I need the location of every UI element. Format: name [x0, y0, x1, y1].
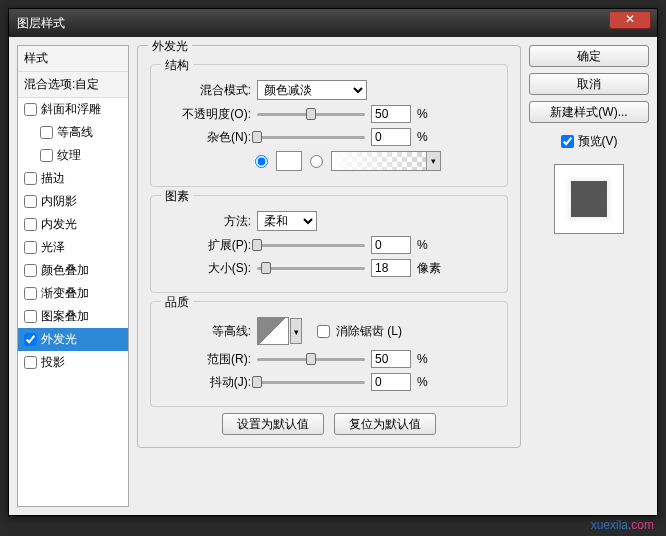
spread-input[interactable] [371, 236, 411, 254]
noise-slider[interactable] [257, 136, 365, 139]
panel-title: 外发光 [148, 38, 192, 55]
opacity-unit: % [417, 107, 447, 121]
quality-group: 品质 等高线: ▾ 消除锯齿 (L) 范围(R): % [150, 301, 508, 407]
sidebar-item-8[interactable]: 渐变叠加 [18, 282, 128, 305]
contour-dropdown-icon[interactable]: ▾ [290, 318, 302, 344]
color-radio[interactable] [255, 155, 268, 168]
dialog-window: 图层样式 ✕ 样式 混合选项:自定 斜面和浮雕等高线纹理描边内阴影内发光光泽颜色… [8, 8, 658, 516]
sidebar-label-3: 描边 [41, 170, 65, 187]
sidebar-label-6: 光泽 [41, 239, 65, 256]
sidebar-checkbox-4[interactable] [24, 195, 37, 208]
opacity-input[interactable] [371, 105, 411, 123]
sidebar-checkbox-3[interactable] [24, 172, 37, 185]
size-input[interactable] [371, 259, 411, 277]
sidebar-checkbox-8[interactable] [24, 287, 37, 300]
close-button[interactable]: ✕ [609, 11, 651, 29]
sidebar-item-3[interactable]: 描边 [18, 167, 128, 190]
gradient-picker[interactable]: ▾ [331, 151, 441, 171]
preview-box [554, 164, 624, 234]
noise-input[interactable] [371, 128, 411, 146]
range-input[interactable] [371, 350, 411, 368]
sidebar-item-1[interactable]: 等高线 [18, 121, 128, 144]
jitter-slider[interactable] [257, 381, 365, 384]
technique-select[interactable]: 柔和 [257, 211, 317, 231]
gradient-dropdown-icon[interactable]: ▾ [426, 152, 440, 170]
color-swatch[interactable] [276, 151, 302, 171]
gradient-radio[interactable] [310, 155, 323, 168]
main-panel: 外发光 结构 混合模式: 颜色减淡 不透明度(O): % 杂色(N): [137, 45, 521, 507]
spread-unit: % [417, 238, 447, 252]
size-slider[interactable] [257, 267, 365, 270]
new-style-button[interactable]: 新建样式(W)... [529, 101, 649, 123]
ok-button[interactable]: 确定 [529, 45, 649, 67]
spread-label: 扩展(P): [163, 237, 251, 254]
sidebar-label-8: 渐变叠加 [41, 285, 89, 302]
window-title: 图层样式 [17, 15, 65, 32]
sidebar-checkbox-11[interactable] [24, 356, 37, 369]
opacity-slider[interactable] [257, 113, 365, 116]
styles-sidebar: 样式 混合选项:自定 斜面和浮雕等高线纹理描边内阴影内发光光泽颜色叠加渐变叠加图… [17, 45, 129, 507]
sidebar-label-10: 外发光 [41, 331, 77, 348]
jitter-label: 抖动(J): [163, 374, 251, 391]
structure-group: 结构 混合模式: 颜色减淡 不透明度(O): % 杂色(N): [150, 64, 508, 187]
sidebar-item-6[interactable]: 光泽 [18, 236, 128, 259]
preview-swatch [571, 181, 607, 217]
technique-label: 方法: [163, 213, 251, 230]
sidebar-checkbox-10[interactable] [24, 333, 37, 346]
sidebar-checkbox-0[interactable] [24, 103, 37, 116]
sidebar-checkbox-7[interactable] [24, 264, 37, 277]
elements-group: 图素 方法: 柔和 扩展(P): % 大小(S): [150, 195, 508, 293]
blend-mode-label: 混合模式: [163, 82, 251, 99]
range-label: 范围(R): [163, 351, 251, 368]
size-label: 大小(S): [163, 260, 251, 277]
jitter-input[interactable] [371, 373, 411, 391]
sidebar-item-10[interactable]: 外发光 [18, 328, 128, 351]
sidebar-item-7[interactable]: 颜色叠加 [18, 259, 128, 282]
noise-unit: % [417, 130, 447, 144]
cancel-button[interactable]: 取消 [529, 73, 649, 95]
opacity-label: 不透明度(O): [163, 106, 251, 123]
set-default-button[interactable]: 设置为默认值 [222, 413, 324, 435]
sidebar-checkbox-9[interactable] [24, 310, 37, 323]
sidebar-blend-options[interactable]: 混合选项:自定 [18, 72, 128, 98]
preview-checkbox[interactable] [561, 135, 574, 148]
sidebar-checkbox-5[interactable] [24, 218, 37, 231]
sidebar-label-11: 投影 [41, 354, 65, 371]
sidebar-header[interactable]: 样式 [18, 46, 128, 72]
sidebar-label-4: 内阴影 [41, 193, 77, 210]
spread-slider[interactable] [257, 244, 365, 247]
sidebar-item-2[interactable]: 纹理 [18, 144, 128, 167]
range-slider[interactable] [257, 358, 365, 361]
jitter-unit: % [417, 375, 447, 389]
noise-label: 杂色(N): [163, 129, 251, 146]
contour-label: 等高线: [163, 323, 251, 340]
antialias-label: 消除锯齿 (L) [336, 323, 402, 340]
watermark: xuexila.com [591, 516, 654, 532]
sidebar-item-4[interactable]: 内阴影 [18, 190, 128, 213]
outer-glow-fieldset: 外发光 结构 混合模式: 颜色减淡 不透明度(O): % 杂色(N): [137, 45, 521, 448]
range-unit: % [417, 352, 447, 366]
sidebar-checkbox-2[interactable] [40, 149, 53, 162]
blend-mode-select[interactable]: 颜色减淡 [257, 80, 367, 100]
sidebar-label-2: 纹理 [57, 147, 81, 164]
sidebar-item-5[interactable]: 内发光 [18, 213, 128, 236]
elements-title: 图素 [161, 188, 193, 205]
quality-title: 品质 [161, 294, 193, 311]
sidebar-label-1: 等高线 [57, 124, 93, 141]
structure-title: 结构 [161, 57, 193, 74]
titlebar[interactable]: 图层样式 ✕ [9, 9, 657, 37]
reset-default-button[interactable]: 复位为默认值 [334, 413, 436, 435]
size-unit: 像素 [417, 260, 447, 277]
sidebar-item-0[interactable]: 斜面和浮雕 [18, 98, 128, 121]
preview-label: 预览(V) [578, 133, 618, 150]
antialias-checkbox[interactable] [317, 325, 330, 338]
sidebar-checkbox-6[interactable] [24, 241, 37, 254]
sidebar-label-5: 内发光 [41, 216, 77, 233]
sidebar-item-11[interactable]: 投影 [18, 351, 128, 374]
sidebar-item-9[interactable]: 图案叠加 [18, 305, 128, 328]
sidebar-label-7: 颜色叠加 [41, 262, 89, 279]
contour-picker[interactable]: ▾ [257, 317, 289, 345]
actions-column: 确定 取消 新建样式(W)... 预览(V) [529, 45, 649, 507]
dialog-body: 样式 混合选项:自定 斜面和浮雕等高线纹理描边内阴影内发光光泽颜色叠加渐变叠加图… [9, 37, 657, 515]
sidebar-checkbox-1[interactable] [40, 126, 53, 139]
